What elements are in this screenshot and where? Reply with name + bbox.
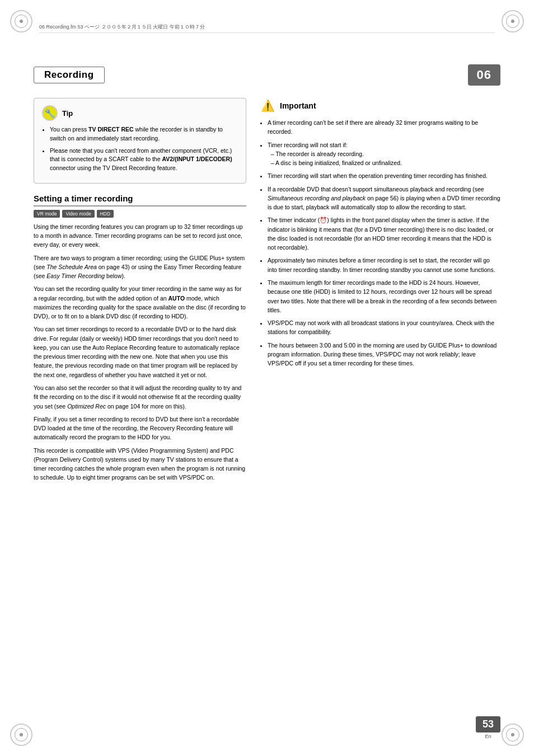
- page-title: Recording: [34, 67, 105, 83]
- important-body: A timer recording can't be set if there …: [260, 118, 500, 368]
- badge-video-mode: Video mode: [62, 210, 94, 218]
- tip-header: 🔧 Tip: [42, 105, 238, 121]
- important-item-1: A timer recording can't be set if there …: [268, 118, 500, 137]
- tip-title: Tip: [62, 109, 73, 118]
- tip-item-2: Please note that you can't record from a…: [50, 147, 238, 173]
- page-header: Recording 06: [34, 64, 500, 86]
- section-para-1: Using the timer recording features you c…: [34, 222, 246, 250]
- important-item-9: The hours between 3:00 and 5:00 in the m…: [268, 341, 500, 368]
- chapter-number: 06: [468, 64, 500, 86]
- corner-decoration-tr: [502, 10, 524, 32]
- tip-item-1: You can press TV DIRECT REC while the re…: [50, 125, 238, 143]
- badge-hdd: HDD: [97, 210, 114, 218]
- right-column: ⚠️ Important A timer recording can't be …: [260, 98, 500, 486]
- section-para-6: Finally, if you set a timer recording to…: [34, 415, 246, 442]
- page-footer: 53 En: [476, 716, 500, 739]
- corner-decoration-bl: [10, 724, 32, 746]
- important-item-4: If a recordable DVD that doesn't support…: [268, 185, 500, 212]
- file-meta-bar: 06 Recording.fm 53 ページ ２００５年２月１５日 火曜日 午前…: [39, 24, 495, 33]
- section-para-7: This recorder is compatible with VPS (Vi…: [34, 446, 246, 482]
- important-item-5: The timer indicator (⏰) lights in the fr…: [268, 215, 500, 252]
- important-item-7: The maximum length for timer recordings …: [268, 278, 500, 314]
- tip-icon: 🔧: [42, 105, 58, 121]
- mode-badges: VR mode Video mode HDD: [34, 210, 246, 218]
- left-column: 🔧 Tip You can press TV DIRECT REC while …: [34, 98, 246, 486]
- page-number: 53: [476, 716, 500, 732]
- section-para-4: You can set timer recordings to record t…: [34, 325, 246, 379]
- important-title: Important: [280, 101, 316, 110]
- timer-recording-section: Setting a timer recording VR mode Video …: [34, 194, 246, 482]
- important-box: ⚠️ Important A timer recording can't be …: [260, 98, 500, 368]
- section-para-5: You can also set the recorder so that it…: [34, 383, 246, 411]
- important-list: A timer recording can't be set if there …: [260, 118, 500, 368]
- important-icon: ⚠️: [260, 98, 275, 114]
- main-content: 🔧 Tip You can press TV DIRECT REC while …: [34, 98, 500, 486]
- section-body: Using the timer recording features you c…: [34, 222, 246, 482]
- tip-box: 🔧 Tip You can press TV DIRECT REC while …: [34, 98, 246, 184]
- important-item-6: Approximately two minutes before a timer…: [268, 256, 500, 274]
- important-item-8: VPS/PDC may not work with all broadcast …: [268, 318, 500, 337]
- section-para-2: There are two ways to program a timer re…: [34, 253, 246, 281]
- important-item-3: Timer recording will start when the oper…: [268, 171, 500, 180]
- tip-body: You can press TV DIRECT REC while the re…: [42, 125, 238, 173]
- section-title: Setting a timer recording: [34, 194, 246, 206]
- important-item-2: Timer recording will not start if: – The…: [268, 140, 500, 168]
- corner-decoration-br: [502, 724, 524, 746]
- corner-decoration-tl: [10, 10, 32, 32]
- section-para-3: You can set the recording quality for yo…: [34, 284, 246, 321]
- important-header: ⚠️ Important: [260, 98, 500, 114]
- tip-list: You can press TV DIRECT REC while the re…: [42, 125, 238, 173]
- file-info-text: 06 Recording.fm 53 ページ ２００５年２月１５日 火曜日 午前…: [39, 24, 205, 30]
- page-lang: En: [485, 734, 491, 739]
- badge-vr-mode: VR mode: [34, 210, 60, 218]
